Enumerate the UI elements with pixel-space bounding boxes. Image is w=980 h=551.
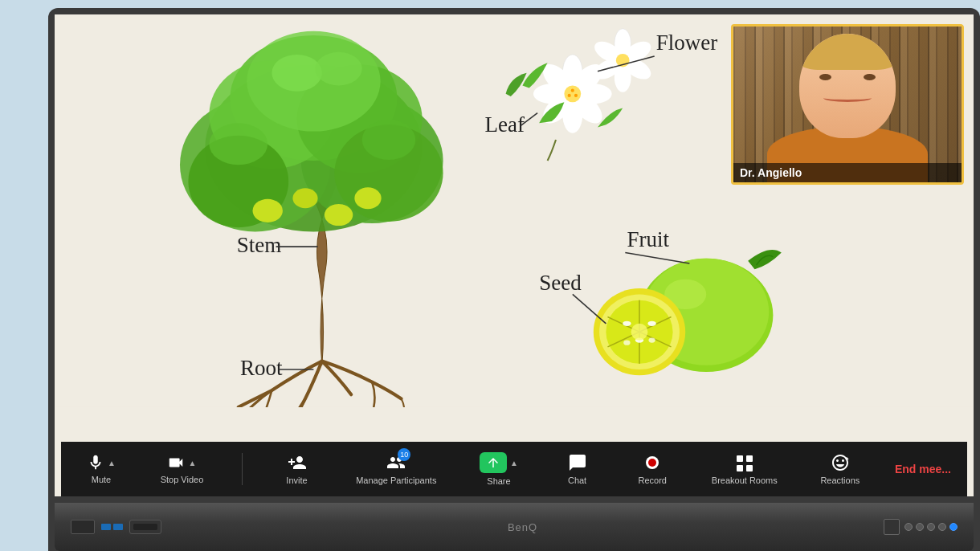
chat-label: Chat (568, 475, 586, 485)
breakout-rooms-label: Breakout Rooms (712, 475, 778, 485)
monitor-indicator-3 (927, 523, 935, 531)
monitor-bezel-bottom: BenQ (55, 503, 974, 551)
svg-rect-67 (746, 455, 753, 462)
svg-text:Root: Root (240, 356, 283, 380)
svg-point-10 (272, 55, 321, 92)
presenter-video: Dr. Angiello (731, 24, 964, 185)
svg-point-27 (571, 89, 574, 92)
svg-point-65 (648, 459, 656, 467)
svg-point-47 (647, 321, 655, 326)
svg-point-17 (325, 204, 353, 226)
monitor-button-1[interactable] (884, 519, 900, 535)
svg-text:Stem: Stem (237, 233, 282, 257)
record-label: Record (638, 475, 666, 485)
monitor: Flower Leaf Stem Root Fruit Seed (48, 8, 980, 551)
zoom-toolbar: ▲ Mute ▲ Stop Video (61, 442, 967, 496)
svg-point-29 (568, 94, 571, 97)
chat-button[interactable]: Chat (553, 448, 602, 490)
usb-port-2 (113, 524, 123, 530)
svg-rect-66 (737, 455, 743, 462)
svg-point-11 (315, 52, 361, 86)
stop-video-arrow-icon[interactable]: ▲ (188, 459, 196, 467)
svg-text:Flower: Flower (656, 31, 718, 55)
participants-count: 10 (400, 451, 408, 459)
invite-label: Invite (286, 475, 307, 485)
mute-label: Mute (92, 475, 111, 484)
stop-video-label: Stop Video (161, 475, 204, 484)
monitor-indicator-4 (938, 523, 946, 531)
invite-button[interactable]: Invite (273, 448, 321, 490)
svg-rect-69 (746, 465, 753, 471)
monitor-port-group (71, 520, 95, 534)
participants-count-badge: 10 (398, 448, 410, 461)
svg-point-12 (209, 123, 267, 165)
slide-content: Flower Leaf Stem Root Fruit Seed (55, 14, 974, 496)
svg-text:Leaf: Leaf (485, 112, 525, 137)
svg-point-49 (623, 341, 630, 345)
share-label: Share (487, 476, 510, 486)
share-icon-bg (480, 452, 507, 473)
svg-point-14 (252, 199, 282, 222)
presenter-name-text: Dr. Angiello (740, 166, 802, 179)
presenter-name-label: Dr. Angiello (733, 163, 962, 182)
svg-point-51 (631, 324, 648, 341)
svg-point-28 (574, 94, 578, 97)
svg-rect-68 (737, 465, 743, 471)
manage-participants-button[interactable]: 10 Manage Participants (348, 448, 444, 490)
monitor-left-controls (71, 520, 161, 534)
mute-arrow-icon[interactable]: ▲ (108, 459, 116, 467)
monitor-indicator-2 (916, 523, 924, 531)
svg-point-26 (564, 85, 581, 102)
breakout-rooms-button[interactable]: Breakout Rooms (704, 448, 786, 490)
reactions-label: Reactions (820, 475, 860, 485)
toolbar-separator-1 (242, 453, 243, 485)
svg-point-50 (648, 337, 655, 342)
monitor-power-indicator (949, 523, 958, 531)
monitor-brand-label: BenQ (508, 521, 537, 533)
usb-port-1 (101, 524, 111, 530)
manage-participants-label: Manage Participants (356, 475, 436, 485)
svg-point-13 (362, 120, 416, 160)
reactions-button[interactable]: Reactions (812, 448, 868, 490)
svg-point-15 (354, 187, 381, 209)
monitor-right-controls (884, 519, 958, 535)
svg-text:Fruit: Fruit (627, 227, 669, 251)
stop-video-button[interactable]: ▲ Stop Video (153, 449, 212, 489)
share-button[interactable]: ▲ Share (472, 447, 526, 491)
svg-text:Seed: Seed (539, 271, 582, 295)
monitor-indicator-1 (904, 523, 913, 531)
end-meeting-button[interactable]: End mee... (895, 463, 951, 475)
mute-button[interactable]: ▲ Mute (77, 449, 125, 489)
svg-point-46 (623, 321, 631, 326)
share-arrow-icon[interactable]: ▲ (510, 459, 518, 467)
record-button[interactable]: Record (628, 448, 676, 490)
svg-point-16 (292, 188, 317, 208)
monitor-speaker (129, 520, 161, 534)
screen: Flower Leaf Stem Root Fruit Seed (55, 14, 974, 496)
